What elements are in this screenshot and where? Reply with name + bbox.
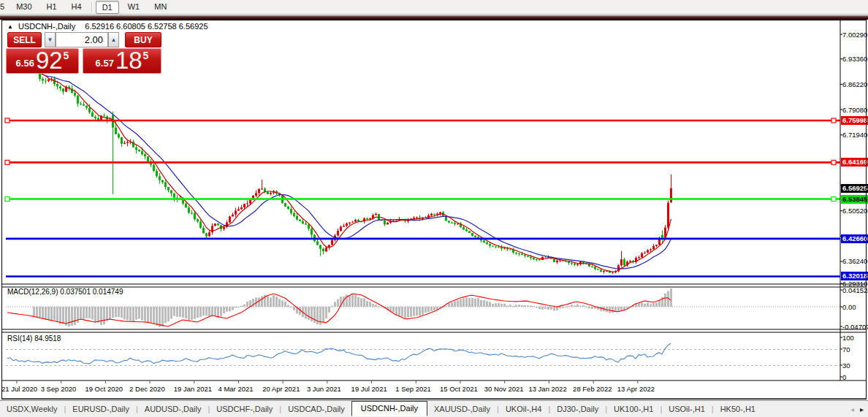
volume-increment-button[interactable]: ▲	[108, 32, 119, 47]
rsi-axis-label: 30	[842, 361, 867, 370]
sell-price-fraction: 5	[64, 50, 69, 61]
chart-tab-usdcnh[interactable]: USDCNH-,Daily	[351, 401, 427, 416]
tab-scroll-arrows: ◂▸	[850, 405, 864, 413]
chart-tab-eurusd[interactable]: EURUSD-,Daily	[66, 402, 136, 416]
price-axis-label: 6.86220	[842, 80, 867, 88]
macd-axis-label: 0.041528	[842, 286, 867, 294]
date-axis-label: 30 Nov 2021	[484, 385, 524, 393]
buy-price-prefix: 6.57	[96, 58, 114, 69]
chart-tab-usdchf[interactable]: USDCHF-,Daily	[210, 402, 279, 416]
buy-price-fraction: 5	[143, 50, 149, 61]
buy-price-display[interactable]: 6.57185	[83, 48, 161, 74]
terminal-window: 5M30H1H4D1W1MN ▲ USDCNH-,Daily 6.52916 6…	[0, 0, 868, 417]
chart-tab-hk50[interactable]: HK50-,H1	[714, 402, 762, 416]
chart-tab-usdcad[interactable]: USDCAD-,Daily	[281, 402, 351, 416]
sell-price-pips: 92	[36, 50, 63, 72]
price-axis-label: 6.71940	[842, 131, 867, 139]
chart-tab-uk100[interactable]: UK100-,H1	[607, 402, 660, 416]
price-level-badge: 6.53845	[841, 195, 868, 204]
sell-price-display[interactable]: 6.56925	[6, 48, 79, 74]
chart-symbol-title: USDCNH-,Daily	[18, 22, 75, 31]
rsi-axis-label: 100	[842, 334, 867, 342]
rsi-axis-label: 0	[842, 373, 867, 381]
macd-indicator-label: MACD(12,26,9) 0.037501 0.014749	[7, 288, 123, 296]
timeframe-button-h4[interactable]: H4	[66, 1, 88, 14]
date-axis-label: 20 Apr 2021	[262, 385, 300, 393]
price-axis-label: 6.93360	[842, 55, 867, 63]
timeframe-button-5[interactable]: 5	[0, 1, 7, 14]
tab-scroll-left-icon[interactable]: ◂	[850, 405, 854, 413]
timeframe-button-m30[interactable]: M30	[10, 1, 37, 14]
chart-background	[2, 20, 866, 399]
price-level-badge: 6.32018	[841, 272, 868, 280]
timeframe-button-h1[interactable]: H1	[41, 1, 63, 14]
chart-ohlc-values: 6.52916 6.60805 6.52758 6.56925	[85, 22, 208, 31]
price-axis-label: 6.79080	[842, 106, 867, 114]
rsi-indicator-label: RSI(14) 84.9518	[7, 334, 61, 343]
macd-axis-label: -0.04707	[842, 323, 867, 331]
sell-price-prefix: 6.56	[16, 58, 34, 69]
tab-scroll-right-icon[interactable]: ▸	[860, 405, 864, 413]
rsi-axis-label: 70	[842, 345, 867, 353]
chart-tab-dj30[interactable]: DJ30-,Daily	[550, 402, 605, 416]
date-axis-label: 19 Oct 2020	[85, 385, 123, 393]
date-axis-label: 3 Sep 2020	[41, 385, 77, 393]
buy-button[interactable]: BUY	[125, 32, 161, 47]
date-axis-label: 4 Mar 2021	[218, 385, 254, 393]
chart-tab-usoil[interactable]: USOil-,H1	[662, 402, 712, 416]
date-axis-label: 28 Feb 2022	[573, 385, 612, 393]
date-axis-label: 19 Jul 2021	[351, 385, 387, 393]
date-axis-label: 3 Jun 2021	[307, 385, 341, 393]
sell-button[interactable]: SELL	[7, 32, 42, 47]
symbol-tab-bar: USDX,Weekly|EURUSD-,Daily|AUDUSD-,Daily|…	[0, 400, 868, 417]
timeframe-button-mn[interactable]: MN	[148, 1, 172, 14]
date-axis-label: 19 Jan 2021	[174, 385, 212, 393]
date-axis-label: 15 Oct 2021	[440, 385, 478, 393]
date-axis-label: 13 Jan 2022	[528, 385, 566, 393]
chart-tab-usdx[interactable]: USDX,Weekly	[0, 402, 64, 416]
price-level-badge: 6.64169	[841, 158, 868, 167]
buy-price-pips: 18	[115, 50, 142, 72]
price-axis-label: 6.50520	[842, 207, 867, 215]
volume-input[interactable]: 2.00	[56, 32, 108, 47]
window-title-strip	[0, 15, 868, 20]
collapse-chart-icon[interactable]: ▲	[7, 23, 13, 30]
chart-tab-xauusd[interactable]: XAUUSD-,Daily	[427, 402, 497, 416]
toolbar-separator	[91, 2, 92, 12]
volume-decrement-button[interactable]: ▼	[45, 32, 56, 47]
price-axis-label: 6.36240	[842, 257, 867, 265]
macd-axis-label: 0.00	[842, 303, 867, 311]
chart-tab-audusd[interactable]: AUDUSD-,Daily	[138, 402, 208, 416]
chart-tab-ukoil[interactable]: UKOil-,H4	[499, 402, 549, 416]
chart-header: ▲ USDCNH-,Daily 6.52916 6.60805 6.52758 …	[7, 22, 208, 31]
timeframe-toolbar: 5M30H1H4D1W1MN	[0, 0, 868, 15]
timeframe-button-d1[interactable]: D1	[96, 1, 119, 14]
timeframe-button-w1[interactable]: W1	[122, 1, 146, 14]
date-axis-label: 2 Dec 2020	[129, 385, 165, 393]
date-axis-label: 21 Jul 2020	[1, 385, 37, 393]
price-level-badge: 6.42660	[841, 234, 868, 243]
date-axis-label: 1 Sep 2021	[395, 385, 431, 393]
price-level-badge: 6.75998	[841, 116, 868, 125]
price-axis-label: 7.00290	[842, 31, 867, 39]
price-level-badge: 6.56925	[841, 184, 868, 193]
date-axis-label: 13 Apr 2022	[617, 385, 655, 393]
